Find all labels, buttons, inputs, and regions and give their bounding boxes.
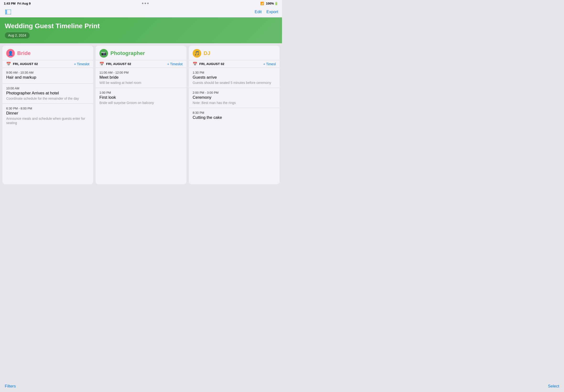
main-content: 👤Bride📅FRI, AUGUST 02+ Timeslot9:00 AM -…	[0, 43, 282, 187]
sidebar-toggle-button[interactable]	[4, 9, 13, 15]
timeslot-button-bride[interactable]: + Timeslot	[74, 62, 89, 66]
date-row-photographer: 📅FRI, AUGUST 02+ Timeslot	[96, 60, 186, 68]
wifi-icon: 📶	[260, 2, 264, 5]
dot-1	[142, 3, 143, 4]
event-time: 8:30 PM	[193, 111, 276, 114]
event-time: 1:30 PM	[193, 71, 276, 74]
event-title: Guests arrive	[193, 75, 276, 80]
toolbar: Edit Export	[0, 7, 282, 17]
edit-button[interactable]: Edit	[255, 10, 262, 14]
column-header-bride: 👤Bride	[2, 46, 93, 60]
export-button[interactable]: Export	[266, 10, 278, 14]
column-header-photographer: 📷Photographer	[96, 46, 186, 60]
list-item: 9:00 AM - 10:30 AMHair and markup	[2, 68, 93, 84]
event-title: First look	[99, 95, 183, 100]
toolbar-left	[4, 9, 13, 15]
status-center-dots	[142, 3, 149, 4]
battery-indicator: 100% 🔋	[266, 2, 278, 5]
event-description: Bride will surprise Groom on balcony	[99, 101, 183, 105]
timeslot-button-dj[interactable]: + Timesl	[263, 62, 276, 66]
list-item: 1:00 PMFirst lookBride will surprise Gro…	[96, 88, 186, 108]
event-time: 1:00 PM	[99, 91, 183, 94]
status-time: 1:43 PM Fri Aug 9	[4, 2, 31, 5]
events-list-photographer: 11:00 AM - 12:00 PMMeet brideWill be wai…	[96, 68, 186, 108]
event-description: Coordinate schedule for the remainder of…	[6, 96, 89, 101]
header: Wedding Guest Timeline Print Aug 2, 2024	[0, 17, 282, 43]
date-label-dj: FRI, AUGUST 02	[199, 62, 224, 66]
column-card-bride: 👤Bride📅FRI, AUGUST 02+ Timeslot9:00 AM -…	[2, 46, 93, 184]
event-description: Announce meals and schedule when guests …	[6, 116, 89, 125]
timeslot-button-photographer[interactable]: + Timeslot	[167, 62, 183, 66]
list-item: 2:00 PM - 3:00 PMCeremonyNote: Best man …	[189, 88, 280, 108]
list-item: 10:00 AMPhotographer Arrives at hotelCoo…	[2, 84, 93, 104]
bride-title: Bride	[17, 50, 89, 56]
event-time: 2:00 PM - 3:00 PM	[193, 91, 276, 94]
event-time: 6:30 PM - 8:00 PM	[6, 107, 89, 110]
bride-icon: 👤	[6, 49, 15, 58]
date-row-dj: 📅FRI, AUGUST 02+ Timesl	[189, 60, 280, 68]
dj-icon: 🎵	[193, 49, 201, 58]
event-time: 11:00 AM - 12:00 PM	[99, 71, 183, 74]
event-time: 9:00 AM - 10:30 AM	[6, 71, 89, 74]
event-title: Photographer Arrives at hotel	[6, 91, 89, 96]
events-list-dj: 1:30 PMGuests arriveGuests should be sea…	[189, 68, 280, 124]
event-time: 10:00 AM	[6, 86, 89, 90]
battery-icon: 🔋	[274, 2, 278, 5]
event-title: Meet bride	[99, 75, 183, 80]
calendar-icon-bride: 📅	[6, 62, 11, 66]
calendar-icon-photographer: 📅	[99, 62, 104, 66]
list-item: 11:00 AM - 12:00 PMMeet brideWill be wai…	[96, 68, 186, 88]
page-title: Wedding Guest Timeline Print	[5, 22, 277, 30]
event-description: Will be waiting at hotel room	[99, 81, 183, 85]
photographer-title: Photographer	[110, 50, 183, 56]
column-card-dj: 🎵DJ📅FRI, AUGUST 02+ Timesl1:30 PMGuests …	[189, 46, 280, 184]
status-bar: 1:43 PM Fri Aug 9 📶 100% 🔋	[0, 0, 282, 7]
column-header-dj: 🎵DJ	[189, 46, 280, 60]
event-title: Cutting the cake	[193, 115, 276, 120]
photographer-icon: 📷	[99, 49, 108, 58]
status-right: 📶 100% 🔋	[260, 2, 278, 5]
date-badge: Aug 2, 2024	[5, 32, 30, 39]
dot-3	[147, 3, 149, 4]
list-item: 6:30 PM - 8:00 PMDinnerAnnounce meals an…	[2, 104, 93, 128]
list-item: 1:30 PMGuests arriveGuests should be sea…	[189, 68, 280, 88]
calendar-icon-dj: 📅	[193, 62, 197, 66]
dot-2	[145, 3, 146, 4]
date-label-photographer: FRI, AUGUST 02	[106, 62, 131, 66]
event-title: Hair and markup	[6, 75, 89, 80]
dj-title: DJ	[204, 50, 276, 56]
event-description: Guests should be seated 5 minutes before…	[193, 81, 276, 85]
date-label-bride: FRI, AUGUST 02	[13, 62, 38, 66]
date-row-bride: 📅FRI, AUGUST 02+ Timeslot	[2, 60, 93, 68]
list-item: 8:30 PMCutting the cake	[189, 108, 280, 124]
event-description: Note: Best man has the rings	[193, 101, 276, 105]
toolbar-right: Edit Export	[255, 10, 278, 14]
column-card-photographer: 📷Photographer📅FRI, AUGUST 02+ Timeslot11…	[96, 46, 186, 184]
event-title: Ceremony	[193, 95, 276, 100]
event-title: Dinner	[6, 111, 89, 116]
events-list-bride: 9:00 AM - 10:30 AMHair and markup10:00 A…	[2, 68, 93, 128]
